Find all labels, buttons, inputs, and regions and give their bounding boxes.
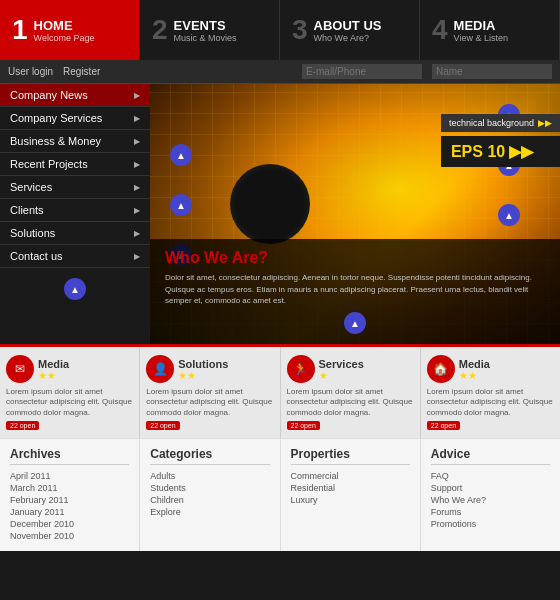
eps-label-text: EPS 10 bbox=[451, 143, 505, 161]
sidebar-item-contact[interactable]: Contact us ▶ bbox=[0, 245, 150, 268]
card-stars-media-1: ★★ bbox=[38, 370, 69, 381]
card-text-media-1: Lorem ipsum dolor sit amet consectetur a… bbox=[6, 387, 133, 418]
footer-title-properties: Properties bbox=[291, 447, 410, 465]
sidebar-arrow-recent-projects: ▶ bbox=[134, 160, 140, 169]
sidebar-label-company-services: Company Services bbox=[10, 112, 102, 124]
footer-item-luxury[interactable]: Luxury bbox=[291, 495, 410, 505]
footer-item-children[interactable]: Children bbox=[150, 495, 269, 505]
footer-col-archives: Archives April 2011 March 2011 February … bbox=[0, 439, 140, 551]
sidebar-arrow-company-services: ▶ bbox=[134, 114, 140, 123]
eps-arrow-icon: ▶▶ bbox=[509, 142, 533, 161]
tab-num-3: 3 bbox=[292, 14, 308, 46]
card-header-media-2: 🏠 Media ★★ bbox=[427, 355, 554, 383]
card-stars-media-2: ★★ bbox=[459, 370, 490, 381]
hero-scroll-arrow-1[interactable]: ▲ bbox=[170, 144, 192, 166]
sidebar-label-clients: Clients bbox=[10, 204, 44, 216]
tab-title-events: EVENTS bbox=[174, 18, 237, 33]
sidebar-arrow-contact: ▶ bbox=[134, 252, 140, 261]
sidebar-label-contact: Contact us bbox=[10, 250, 63, 262]
who-title: Who We Are? bbox=[165, 249, 545, 267]
sidebar-label-services: Services bbox=[10, 181, 52, 193]
card-media-1: ✉ Media ★★ Lorem ipsum dolor sit amet co… bbox=[0, 347, 140, 438]
hero-scroll-arrow-2[interactable]: ▲ bbox=[170, 194, 192, 216]
sidebar-scroll-up-icon[interactable]: ▲ bbox=[64, 278, 86, 300]
card-header-media-1: ✉ Media ★★ bbox=[6, 355, 133, 383]
sidebar-item-solutions[interactable]: Solutions ▶ bbox=[0, 222, 150, 245]
footer-item-adults[interactable]: Adults bbox=[150, 471, 269, 481]
login-bar: User login Register bbox=[0, 60, 560, 84]
footer-item-explore[interactable]: Explore bbox=[150, 507, 269, 517]
sidebar-item-company-news[interactable]: Company News ▶ bbox=[0, 84, 150, 107]
footer-title-archives: Archives bbox=[10, 447, 129, 465]
card-title-media-2: Media bbox=[459, 358, 490, 370]
eps-label: EPS 10 ▶▶ bbox=[441, 136, 560, 167]
card-media-2: 🏠 Media ★★ Lorem ipsum dolor sit amet co… bbox=[421, 347, 560, 438]
card-stars-solutions: ★★ bbox=[178, 370, 228, 381]
card-text-media-2: Lorem ipsum dolor sit amet consectetur a… bbox=[427, 387, 554, 418]
who-text: Dolor sit amet, consectetur adipiscing. … bbox=[165, 272, 545, 306]
tab-sub-events: Music & Movies bbox=[174, 33, 237, 43]
footer-item-faq[interactable]: FAQ bbox=[431, 471, 550, 481]
hero-black-circle bbox=[230, 164, 310, 244]
user-login-link[interactable]: User login bbox=[8, 66, 53, 77]
sidebar-arrow-business-money: ▶ bbox=[134, 137, 140, 146]
card-header-solutions: 👤 Solutions ★★ bbox=[146, 355, 273, 383]
register-link[interactable]: Register bbox=[63, 66, 100, 77]
footer-item-dec-2010[interactable]: December 2010 bbox=[10, 519, 129, 529]
tab-sub-about: Who We Are? bbox=[314, 33, 382, 43]
card-badge-services: 22 open bbox=[287, 421, 320, 430]
sidebar-label-solutions: Solutions bbox=[10, 227, 55, 239]
hero-scroll-arrow-6[interactable]: ▲ bbox=[498, 204, 520, 226]
main-area: Company News ▶ Company Services ▶ Busine… bbox=[0, 84, 560, 344]
name-field[interactable] bbox=[432, 64, 552, 79]
sidebar-item-services[interactable]: Services ▶ bbox=[0, 176, 150, 199]
tab-media[interactable]: 4 MEDIA View & Listen bbox=[420, 0, 560, 60]
footer-item-mar-2011[interactable]: March 2011 bbox=[10, 483, 129, 493]
card-stars-services: ★ bbox=[319, 370, 364, 381]
tab-sub-home: Welcome Page bbox=[34, 33, 95, 43]
footer-item-commercial[interactable]: Commercial bbox=[291, 471, 410, 481]
footer-item-support[interactable]: Support bbox=[431, 483, 550, 493]
card-title-services: Services bbox=[319, 358, 364, 370]
footer-item-students[interactable]: Students bbox=[150, 483, 269, 493]
tech-arrow-icon: ▶▶ bbox=[538, 118, 552, 128]
card-text-services: Lorem ipsum dolor sit amet consectetur a… bbox=[287, 387, 414, 418]
footer-item-who-we-are[interactable]: Who We Are? bbox=[431, 495, 550, 505]
sidebar-item-recent-projects[interactable]: Recent Projects ▶ bbox=[0, 153, 150, 176]
tab-events[interactable]: 2 EVENTS Music & Movies bbox=[140, 0, 280, 60]
card-icon-runner: 🏃 bbox=[287, 355, 315, 383]
sidebar-label-business-money: Business & Money bbox=[10, 135, 101, 147]
who-scroll-up-icon[interactable]: ▲ bbox=[344, 312, 366, 334]
card-icon-mail: ✉ bbox=[6, 355, 34, 383]
card-header-services: 🏃 Services ★ bbox=[287, 355, 414, 383]
card-badge-media-2: 22 open bbox=[427, 421, 460, 430]
tech-label-text: technical background bbox=[449, 118, 534, 128]
card-title-solutions: Solutions bbox=[178, 358, 228, 370]
tab-home[interactable]: 1 HOME Welcome Page bbox=[0, 0, 140, 60]
sidebar-label-recent-projects: Recent Projects bbox=[10, 158, 88, 170]
card-title-media-1: Media bbox=[38, 358, 69, 370]
footer-item-forums[interactable]: Forums bbox=[431, 507, 550, 517]
footer-item-nov-2010[interactable]: November 2010 bbox=[10, 531, 129, 541]
sidebar-label-company-news: Company News bbox=[10, 89, 88, 101]
card-text-solutions: Lorem ipsum dolor sit amet consectetur a… bbox=[146, 387, 273, 418]
footer-item-apr-2011[interactable]: April 2011 bbox=[10, 471, 129, 481]
sidebar-item-clients[interactable]: Clients ▶ bbox=[0, 199, 150, 222]
hero-area: ▲ ▲ ▲ ▲ ▲ ▲ technical background ▶▶ EPS … bbox=[150, 84, 560, 344]
tab-about[interactable]: 3 ABOUT US Who We Are? bbox=[280, 0, 420, 60]
tab-num-1: 1 bbox=[12, 14, 28, 46]
sidebar-item-company-services[interactable]: Company Services ▶ bbox=[0, 107, 150, 130]
footer-item-promotions[interactable]: Promotions bbox=[431, 519, 550, 529]
card-badge-solutions: 22 open bbox=[146, 421, 179, 430]
header-tabs: 1 HOME Welcome Page 2 EVENTS Music & Mov… bbox=[0, 0, 560, 60]
sidebar: Company News ▶ Company Services ▶ Busine… bbox=[0, 84, 150, 344]
email-field[interactable] bbox=[302, 64, 422, 79]
footer-title-categories: Categories bbox=[150, 447, 269, 465]
footer-item-feb-2011[interactable]: February 2011 bbox=[10, 495, 129, 505]
footer-item-residential[interactable]: Residential bbox=[291, 483, 410, 493]
card-solutions: 👤 Solutions ★★ Lorem ipsum dolor sit ame… bbox=[140, 347, 280, 438]
footer-item-jan-2011[interactable]: January 2011 bbox=[10, 507, 129, 517]
tab-sub-media: View & Listen bbox=[454, 33, 508, 43]
sidebar-item-business-money[interactable]: Business & Money ▶ bbox=[0, 130, 150, 153]
footer-col-advice: Advice FAQ Support Who We Are? Forums Pr… bbox=[421, 439, 560, 551]
